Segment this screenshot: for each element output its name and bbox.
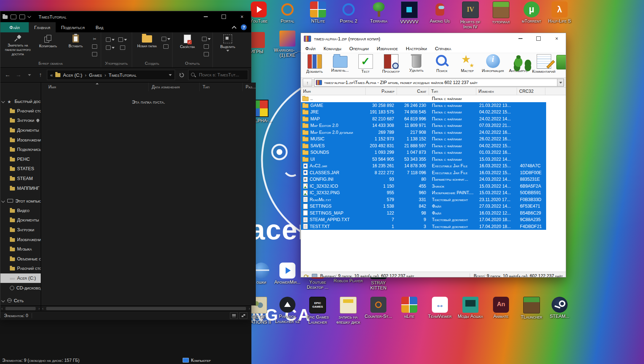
rename-button[interactable] [118, 45, 127, 51]
desktop-icon[interactable]: nLite [394, 297, 425, 319]
column-modified[interactable]: Изменён [476, 88, 517, 95]
toolbar-button[interactable]: Просмотр [379, 54, 402, 73]
archive-row[interactable]: Map Editor 2.0 дуэльки 269 789 217 908 П… [301, 129, 546, 136]
toolbar-button[interactable]: Мастер [456, 54, 479, 73]
toolbar-button[interactable]: Извлечь... [329, 54, 351, 73]
delete-button[interactable] [106, 45, 115, 51]
desktop-icon[interactable]: TLauncher [516, 297, 547, 320]
breadcrumb-item[interactable]: Acer (C:) [63, 72, 89, 78]
archive-row[interactable]: SAVES 203 492 831 21 888 597 Папка с фай… [301, 143, 546, 149]
column-date-modified[interactable]: Дата изменения [148, 83, 199, 91]
desktop-icon[interactable]: STEAM... [544, 297, 575, 319]
column-name[interactable]: Имя [301, 88, 366, 95]
sidebar-item[interactable]: Acer (C:) [0, 273, 41, 283]
taskbar-computer-item[interactable]: Компьютер [183, 357, 211, 364]
up-button[interactable]: ↑ [36, 70, 45, 80]
back-button[interactable]: ← [3, 70, 12, 80]
archive-row[interactable]: .. Папка с файлами [301, 95, 546, 102]
archive-row[interactable]: STEAM_APPID.TXT 7 9 Текстовый документ 1… [301, 216, 546, 223]
archive-row[interactable]: IC_32X32.PNG 955 960 Изображение PAINT..… [301, 189, 546, 196]
desktop-icon[interactable]: Моды Аошка [455, 297, 486, 319]
sidebar-item[interactable]: Загрузки [0, 116, 41, 125]
toolbar-button[interactable]: Удалить [405, 54, 428, 73]
copy-path-button[interactable] [90, 44, 99, 49]
sidebar-item[interactable]: Изображения [0, 135, 41, 145]
sidebar-item[interactable]: Этот компьютер [0, 196, 41, 206]
toolbar-button[interactable]: Тест [354, 54, 377, 73]
desktop-icon[interactable]: Animate [486, 297, 516, 319]
archive-row[interactable]: UI 53 564 905 53 343 355 Папка с файлами… [301, 156, 546, 163]
background-explorer-window[interactable]: Элементов: 9 (свободно на диске: 157 ГБ) [0, 318, 251, 364]
desktop-icon[interactable]: VVVVVV [394, 1, 425, 24]
toolbar-button[interactable]: Добавить [303, 54, 326, 73]
menu-item[interactable]: Справка [435, 46, 451, 51]
archive-path-combo[interactable]: times-alpha-1.zip\Times Alpha - ZIP архи… [314, 79, 564, 87]
archive-row[interactable]: SETTINGS_MAP 122 98 Файл 16.03.2022 12..… [301, 210, 546, 217]
desktop-icon[interactable]: Counter-St... [363, 297, 394, 319]
archive-row[interactable]: SOUNDS 1 093 299 1 047 873 Папка с файла… [301, 149, 546, 156]
maximize-button[interactable] [529, 33, 548, 44]
archive-row[interactable]: JRE 191 183 575 74 808 545 Папка с файла… [301, 109, 546, 116]
archive-row[interactable]: ReadMe.txt 579 331 Текстовый документ 23… [301, 196, 546, 203]
menu-item[interactable]: Команды [323, 46, 341, 51]
forward-button[interactable]: → [14, 70, 23, 80]
column-type[interactable]: Тип [429, 88, 476, 95]
help-icon[interactable]: ? [241, 24, 247, 30]
sidebar-item[interactable]: Видео [0, 206, 41, 216]
sidebar-item[interactable]: Музыка [0, 244, 41, 254]
sidebar-scrollbar[interactable]: ‹› [0, 306, 41, 311]
sidebar-item[interactable]: Рабочий стс [0, 106, 41, 116]
copy-to-button[interactable] [118, 37, 127, 43]
easy-access-button[interactable] [162, 36, 170, 42]
archive-row[interactable]: MAP 82 210 687 64 819 996 Папка с файлам… [301, 116, 546, 123]
sidebar-item[interactable]: Рабочий стол [0, 264, 41, 273]
desktop-icon[interactable]: TeamViewer [425, 297, 455, 319]
expander-chevron-icon[interactable] [1, 299, 5, 302]
sfx-button-partial[interactable] [556, 55, 566, 69]
toolbar-button[interactable]: Информация [481, 54, 504, 73]
close-button[interactable]: × [548, 33, 566, 44]
desktop-icon[interactable]: Warriors-_... (1).EXE [272, 31, 303, 58]
desktop-icon[interactable]: Hearts of Iron IV [455, 1, 486, 29]
properties-button[interactable]: Свойства [174, 33, 200, 49]
archive-row[interactable]: MUSIC 1 152 973 1 138 152 Папка с файлам… [301, 136, 546, 143]
archive-row[interactable]: SETTINGS 1 538 842 Файл 27.03.2022 14...… [301, 203, 546, 210]
close-button[interactable]: × [233, 11, 251, 22]
desktop-icon[interactable]: Among Us [425, 1, 455, 24]
desktop-icon[interactable]: Terraria [363, 1, 394, 24]
open-button[interactable] [202, 36, 211, 42]
thumbnail-view-button[interactable] [239, 312, 247, 319]
desktop-icon[interactable]: Epic Games Launcher [302, 297, 333, 325]
refresh-button[interactable] [177, 70, 186, 80]
cut-button[interactable]: ✂ [90, 36, 99, 42]
breadcrumb-overflow-button[interactable]: « [50, 72, 53, 78]
history-button[interactable] [202, 51, 211, 57]
paste-shortcut-button[interactable] [90, 51, 99, 57]
new-folder-button[interactable]: Новая папка [134, 33, 160, 48]
desktop-icon[interactable]: ApowerMir... [272, 263, 303, 285]
toolbar-button[interactable]: Комментарий [532, 54, 555, 73]
sidebar-item[interactable]: Подключись [0, 145, 41, 155]
desktop-icon[interactable]: Portal [272, 1, 303, 24]
desktop-icon[interactable]: µTorrent [516, 1, 547, 24]
pin-to-quick-access-button[interactable]: Закрепить на панели быстрого доступа [2, 33, 33, 56]
archive-row[interactable]: Map Editor 2.0 14 433 308 11 809 971 Пап… [301, 122, 546, 129]
edit-button[interactable] [202, 44, 211, 49]
search-box[interactable] [188, 70, 248, 80]
move-to-button[interactable] [106, 37, 115, 43]
sidebar-item[interactable]: Документы [0, 125, 41, 135]
desktop-icon[interactable]: Half-Life S [544, 1, 575, 24]
desktop-icon[interactable]: Portal 2 [333, 1, 364, 24]
desktop-icon[interactable]: Paradox Launcher v2 [272, 297, 303, 324]
sidebar-item[interactable]: Быстрый доступ [0, 96, 41, 106]
up-one-level-button[interactable]: ↑ [303, 79, 312, 87]
menu-item[interactable]: Файл [305, 46, 315, 51]
scrollbar-thumb[interactable] [46, 307, 246, 310]
sidebar-item[interactable]: Сеть [0, 296, 41, 305]
desktop-icon[interactable]: туториал [486, 1, 516, 24]
desktop-icon[interactable]: запись на флешку диск [333, 297, 363, 325]
toolbar-button[interactable]: Поиск [430, 54, 453, 73]
column-type[interactable]: Тип [199, 83, 242, 91]
tab-file[interactable]: Файл [0, 22, 29, 32]
expander-chevron-icon[interactable] [1, 199, 5, 203]
